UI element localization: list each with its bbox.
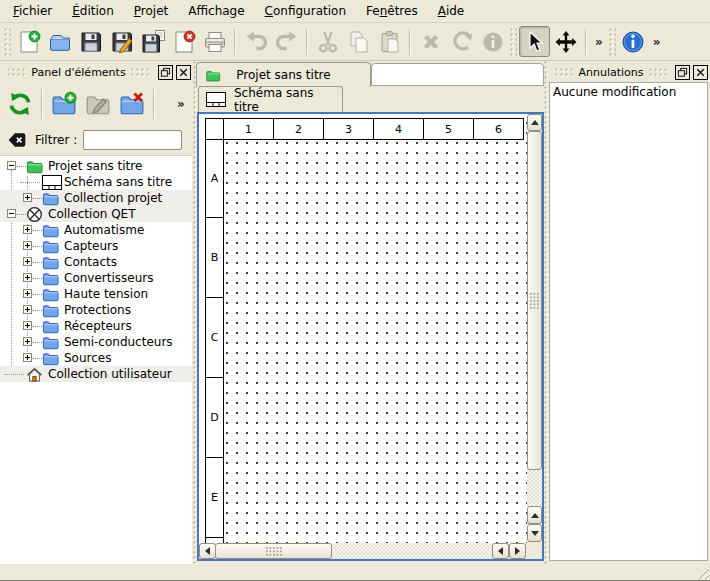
scroll-left-button[interactable]: [199, 543, 216, 559]
tree-item-label: Semi-conducteurs: [64, 335, 173, 349]
menu-affichage[interactable]: Affichage: [178, 1, 254, 21]
toolbar-overflow-button[interactable]: »: [173, 97, 189, 111]
vertical-scroll-thumb[interactable]: [527, 131, 542, 470]
expand-icon[interactable]: [23, 289, 32, 298]
resize-grip[interactable]: [696, 566, 709, 579]
filter-label: Filtrer :: [35, 133, 77, 147]
toolbar-handle[interactable]: [609, 28, 616, 56]
tree-item-contacts[interactable]: Contacts: [0, 254, 192, 270]
column-header-3: 3: [323, 118, 374, 140]
tree-item-haute-tension[interactable]: Haute tension: [0, 286, 192, 302]
save-button[interactable]: [75, 26, 106, 57]
tab-project[interactable]: Projet sans titre: [196, 62, 371, 87]
save-as-button[interactable]: [106, 26, 137, 57]
vertical-scrollbar[interactable]: [527, 114, 542, 543]
tree-item-r-cepteurs[interactable]: Récepteurs: [0, 318, 192, 334]
menu-aide[interactable]: Aide: [428, 1, 475, 21]
toolbar-handle[interactable]: [4, 28, 11, 56]
undo-history-list[interactable]: Aucune modification: [549, 82, 708, 561]
delete-button[interactable]: [415, 26, 446, 57]
expand-icon[interactable]: [23, 273, 32, 282]
schema-icon: [42, 174, 62, 190]
expand-icon[interactable]: [23, 337, 32, 346]
reload-button[interactable]: [3, 87, 37, 121]
expand-icon[interactable]: [23, 305, 32, 314]
menu-configuration[interactable]: Configuration: [255, 1, 356, 21]
tree-item-label: Collection utilisateur: [48, 367, 172, 381]
tree-item-collection-utilisateur[interactable]: Collection utilisateur: [0, 366, 192, 382]
schema-canvas[interactable]: 123456ABCDE: [199, 114, 527, 543]
dock-header-texture: [649, 68, 667, 77]
info-gray-button[interactable]: [477, 26, 508, 57]
close-dock-button[interactable]: [693, 65, 708, 80]
undo-button[interactable]: [240, 26, 271, 57]
toolbar-separator: [41, 89, 43, 119]
collapse-icon[interactable]: [7, 161, 16, 170]
row-header-A: A: [205, 139, 224, 218]
expand-icon[interactable]: [23, 193, 32, 202]
tree-item-semi-conducteurs[interactable]: Semi-conducteurs: [0, 334, 192, 350]
tree-item-automatisme[interactable]: Automatisme: [0, 222, 192, 238]
new-file-button[interactable]: [13, 26, 44, 57]
paste-button[interactable]: [374, 26, 405, 57]
tree-connector-stub: [32, 294, 42, 295]
blue-folder-icon: [42, 350, 59, 366]
cut-button[interactable]: [312, 26, 343, 57]
menu-fichier[interactable]: Fichier: [3, 1, 62, 21]
new-category-button[interactable]: [47, 87, 81, 121]
tree-item-collection-projet[interactable]: Collection projet: [0, 190, 192, 206]
expand-icon[interactable]: [23, 225, 32, 234]
scroll-up-button-2[interactable]: [527, 506, 542, 524]
scroll-up-button[interactable]: [527, 114, 542, 131]
info-button[interactable]: [618, 26, 649, 57]
float-dock-button[interactable]: [158, 65, 173, 80]
tree-item-sources[interactable]: Sources: [0, 350, 192, 366]
redo-button[interactable]: [271, 26, 302, 57]
filter-input[interactable]: [83, 130, 182, 150]
copy-button[interactable]: [343, 26, 374, 57]
collapse-icon[interactable]: [7, 209, 16, 218]
delete-category-button[interactable]: [115, 87, 149, 121]
toolbar-overflow-button[interactable]: »: [591, 35, 607, 49]
tab-schema[interactable]: Schéma sans titre: [198, 86, 343, 112]
tree-item-protections[interactable]: Protections: [0, 302, 192, 318]
undo-history-item[interactable]: Aucune modification: [553, 85, 704, 100]
tree-item-label: Sources: [64, 351, 111, 365]
expand-icon[interactable]: [23, 353, 32, 362]
tree-item-convertisseurs[interactable]: Convertisseurs: [0, 270, 192, 286]
horizontal-scrollbar[interactable]: [199, 543, 527, 559]
redo-icon: [275, 30, 299, 54]
home-icon: [26, 366, 43, 382]
float-dock-button[interactable]: [675, 65, 690, 80]
expand-icon[interactable]: [23, 257, 32, 266]
toolbar-handle[interactable]: [510, 28, 517, 56]
rotate-button[interactable]: [446, 26, 477, 57]
move-mode-button[interactable]: [550, 26, 581, 57]
scroll-down-button[interactable]: [527, 524, 542, 542]
select-mode-button[interactable]: [519, 26, 550, 57]
edit-category-button[interactable]: [81, 87, 115, 121]
print-button[interactable]: [199, 26, 230, 57]
expand-icon[interactable]: [23, 241, 32, 250]
thumb-grip: [530, 293, 539, 309]
undo-panel-dock: Annulations Aucune modification: [548, 61, 710, 564]
menu-fen-tres[interactable]: Fenêtres: [356, 1, 428, 21]
tree-item-capteurs[interactable]: Capteurs: [0, 238, 192, 254]
expand-icon[interactable]: [23, 321, 32, 330]
scroll-right-button[interactable]: [509, 543, 526, 559]
close-file-button[interactable]: [168, 26, 199, 57]
tree-item-collection-qet[interactable]: Collection QET: [0, 206, 192, 222]
menu-édition[interactable]: Édition: [62, 1, 124, 21]
close-dock-button[interactable]: [176, 65, 191, 80]
tree-item-label: Récepteurs: [64, 319, 132, 333]
tree-item-projet-sans-titre[interactable]: Projet sans titre: [0, 158, 192, 174]
tree-connector-stub: [16, 166, 26, 167]
menu-projet[interactable]: Projet: [124, 1, 178, 21]
horizontal-scroll-thumb[interactable]: [215, 543, 332, 559]
save-all-button[interactable]: [137, 26, 168, 57]
toolbar-overflow-button[interactable]: »: [649, 35, 665, 49]
scroll-left-button-2[interactable]: [492, 543, 509, 559]
open-project-button[interactable]: [44, 26, 75, 57]
tree-item-sch-ma-sans-titre[interactable]: Schéma sans titre: [0, 174, 192, 190]
clear-filter-icon[interactable]: [7, 130, 27, 150]
